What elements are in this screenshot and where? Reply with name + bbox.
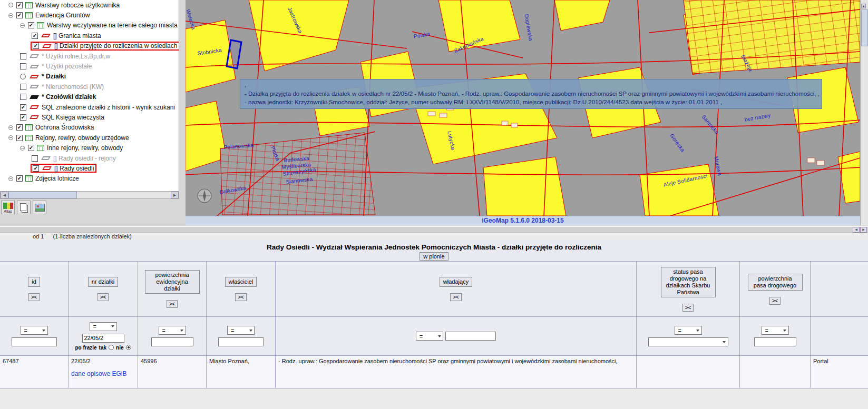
sort-toggle-button[interactable]: >< (97, 293, 109, 301)
chevron-down-icon (41, 326, 47, 334)
layer-checkbox[interactable]: ✓ (16, 2, 23, 8)
tree-item[interactable]: * Nieruchomości (KW) (0, 82, 179, 92)
sort-toggle-button[interactable]: >< (235, 293, 247, 301)
scrollbar-track[interactable] (77, 192, 171, 198)
layer-checkbox[interactable] (20, 84, 26, 90)
area-filter-input[interactable] (151, 337, 193, 346)
expand-collapse-handle[interactable] (8, 13, 13, 18)
scroll-left-icon[interactable]: ◀ (1, 192, 8, 198)
layer-checkbox[interactable] (20, 94, 26, 100)
expand-collapse-handle[interactable] (8, 135, 13, 140)
tree-item[interactable]: ✓[] Rady osiedli (0, 163, 179, 173)
expand-collapse-handle[interactable] (20, 23, 25, 28)
phrase-no-radio[interactable] (126, 345, 131, 350)
owner-filter-input[interactable] (218, 337, 264, 346)
tooltip-line: , (245, 81, 817, 89)
tree-item[interactable]: * Działki (0, 72, 179, 82)
scroll-left-icon[interactable]: ◀ (853, 227, 860, 233)
expand-collapse-handle[interactable] (20, 146, 25, 151)
expand-collapse-handle[interactable] (8, 176, 13, 181)
operator-value: = (765, 327, 768, 334)
holder-operator-select[interactable]: = (416, 332, 443, 341)
column-header-powierzchnia-pasa: powierzchnia pasa drogowego >< (740, 262, 811, 316)
layer-checkbox[interactable]: ✓ (32, 33, 38, 39)
id-operator-select[interactable]: = (21, 326, 48, 335)
layer-radio[interactable] (20, 74, 26, 79)
map-vertical-scrollbar[interactable]: ▲ (860, 0, 868, 225)
layer-checkbox[interactable] (20, 63, 26, 69)
tree-item-label: * Nieruchomości (KW) (42, 83, 104, 91)
phrase-yes-radio[interactable] (109, 345, 114, 350)
owner-operator-select[interactable]: = (227, 326, 255, 335)
tree-item[interactable]: * Użytki pozostałe (0, 61, 179, 71)
layer-checkbox[interactable]: ✓ (33, 43, 39, 49)
layer-checkbox[interactable]: ✓ (20, 114, 26, 121)
nr-operator-select[interactable]: = (90, 322, 117, 331)
cell-value: - Rodz. upraw.: Gospodarowanie zasobem n… (278, 358, 618, 364)
copy-tool-button[interactable] (17, 201, 31, 214)
layer-checkbox[interactable]: ✓ (33, 165, 39, 172)
tree-item-label: Inne rejony, rewiry, obwody (47, 144, 123, 152)
id-filter-input[interactable] (12, 337, 57, 346)
tree-item[interactable]: ✓[] Granica miasta (0, 31, 179, 41)
sort-toggle-button[interactable]: >< (682, 304, 694, 312)
tree-item[interactable]: ✓Warstwy robocze użytkownika (0, 0, 179, 10)
atlas-tool-button[interactable]: Atlas (1, 201, 15, 214)
tree-item[interactable]: ✓Ochrona Środowiska (0, 123, 179, 133)
layer-checkbox[interactable]: ✓ (28, 145, 34, 151)
operator-value: = (93, 323, 96, 330)
table-header-row: id >< nr działki >< powierzchnia ewidenc… (0, 262, 868, 317)
layer-checkbox[interactable] (20, 53, 26, 59)
scroll-right-icon[interactable]: ▶ (860, 227, 867, 233)
tree-item[interactable]: * Użytki rolne,Ls,Bp,dr,w (0, 51, 179, 61)
layer-checkbox[interactable]: ✓ (16, 12, 23, 18)
nr-filter-input[interactable] (82, 334, 124, 343)
cell-wladajacy: - Rodz. upraw.: Gospodarowanie zasobem n… (276, 356, 637, 388)
filter-status-pasa: = (637, 317, 740, 355)
road-status-operator-select[interactable]: = (675, 326, 702, 335)
image-tool-button[interactable] (33, 201, 46, 214)
sort-toggle-button[interactable]: >< (28, 293, 40, 301)
tree-item[interactable]: * Czołówki działek (0, 92, 179, 102)
sort-toggle-button[interactable]: >< (450, 293, 462, 301)
tree-item[interactable]: ✓SQL Księga wieczysta (0, 112, 179, 122)
tree-item[interactable]: ✓Zdjęcia lotnicze (0, 174, 179, 184)
filter-wladajacy: = (276, 317, 637, 355)
upper-split-pane: ✓Warstwy robocze użytkownika✓Ewidencja G… (0, 0, 868, 226)
tree-horizontal-scrollbar[interactable]: ◀ ▶ (0, 191, 179, 199)
scroll-up-icon[interactable]: ▲ (861, 4, 866, 8)
table-horizontal-scrollbar[interactable]: ◀ ▶ (0, 226, 868, 233)
tree-item[interactable]: [] Rady osiedli - rejony (0, 153, 179, 163)
tooltip-line: - nazwa jednostki: Krzyżowniki-Smochowic… (245, 98, 817, 107)
orientation-button[interactable]: w pionie (420, 252, 448, 261)
sort-toggle-button[interactable]: >< (769, 297, 781, 305)
tree-item[interactable]: ✓SQL znalezione działki z historii - wyn… (0, 102, 179, 112)
scrollbar-thumb[interactable] (861, 9, 868, 46)
scroll-right-icon[interactable]: ▶ (171, 192, 179, 198)
tree-item[interactable]: ✓[] Działki przyjęte do rozliczenia w os… (0, 41, 179, 51)
expand-collapse-handle[interactable] (8, 125, 13, 130)
layer-checkbox[interactable]: ✓ (16, 124, 23, 131)
sort-toggle-button[interactable]: >< (167, 300, 178, 308)
tree-item[interactable]: ✓Ewidencja Gruntów (0, 10, 179, 20)
expand-collapse-handle[interactable] (8, 3, 13, 7)
tree-item[interactable]: ✓Rejony, rewiry, obwody urzędowe (0, 133, 179, 143)
road-status-value-select[interactable] (648, 337, 728, 346)
layer-checkbox[interactable]: ✓ (28, 22, 34, 28)
holder-filter-input[interactable] (445, 332, 496, 341)
scrollbar-thumb[interactable] (8, 192, 77, 198)
layer-checkbox[interactable] (32, 155, 38, 162)
tree-item[interactable]: ✓Warstwy wczytywane na terenie całego mi… (0, 21, 179, 31)
layer-checkbox[interactable]: ✓ (20, 104, 26, 111)
road-area-operator-select[interactable]: = (762, 326, 789, 335)
dane-opisowe-egib-link[interactable]: dane opisowe EGiB (71, 370, 126, 377)
area-operator-select[interactable]: = (159, 326, 186, 335)
tree-item-label: * Użytki pozostałe (42, 63, 92, 70)
tree-item[interactable]: ✓Inne rejony, rewiry, obwody (0, 143, 179, 153)
road-area-filter-input[interactable] (754, 337, 796, 346)
layer-checkbox[interactable]: ✓ (16, 175, 23, 182)
atlas-icon (3, 203, 13, 209)
radio-label-nie: nie (116, 345, 123, 351)
map-canvas[interactable]: WełeckaJastrowskaDopiewskaZakopiańskaPol… (186, 0, 860, 216)
layer-checkbox[interactable]: ✓ (16, 135, 23, 141)
